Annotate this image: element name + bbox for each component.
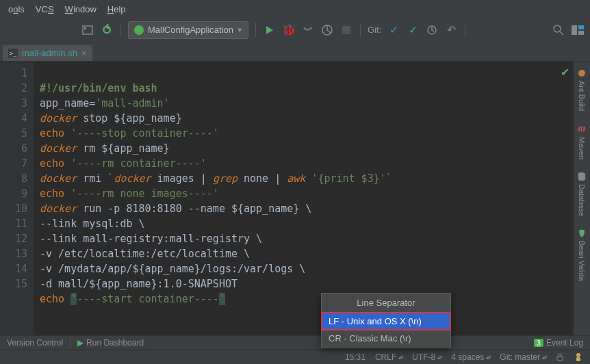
menu-window[interactable]: Window bbox=[60, 3, 102, 16]
tab-label: mall-admin.sh bbox=[22, 48, 77, 58]
code-text: -d mall/${app_name}:1.0-SNAPSHOT bbox=[40, 278, 238, 290]
event-count-badge: 3 bbox=[534, 339, 543, 347]
lock-icon[interactable] bbox=[556, 353, 564, 361]
menubar: ools VCS Window Help bbox=[0, 0, 590, 18]
line-number: 9 bbox=[0, 186, 27, 201]
spring-icon bbox=[134, 25, 144, 35]
line-number: 10 bbox=[0, 201, 27, 216]
line-number: 7 bbox=[0, 156, 27, 171]
line-number: 14 bbox=[0, 261, 27, 276]
line-number: 13 bbox=[0, 246, 27, 261]
code-text: -v /mydata/app/${app_name}/logs:/var/log… bbox=[40, 263, 305, 275]
git-history-icon[interactable] bbox=[425, 23, 439, 37]
line-number: 6 bbox=[0, 141, 27, 156]
editor-tabs: >_ mall-admin.sh × bbox=[0, 42, 590, 62]
code-text: echo bbox=[40, 187, 64, 200]
code-text: none | bbox=[238, 172, 287, 185]
version-control-button[interactable]: Version Control bbox=[0, 338, 70, 348]
code-text: grep bbox=[213, 172, 238, 185]
menu-tools[interactable]: ools bbox=[3, 3, 30, 16]
debug-icon[interactable]: 🐞 bbox=[282, 23, 296, 37]
event-log-button[interactable]: 3 Event Log bbox=[527, 338, 590, 348]
line-number: 12 bbox=[0, 231, 27, 246]
popup-item-cr[interactable]: CR - Classic Mac (\r) bbox=[322, 330, 450, 347]
code-text: '{print $3}' bbox=[305, 172, 385, 185]
coverage-icon[interactable] bbox=[301, 23, 315, 37]
code-area[interactable]: #!/usr/bin/env bash app_name='mall-admin… bbox=[34, 62, 590, 335]
tab-mall-admin-sh[interactable]: >_ mall-admin.sh × bbox=[3, 45, 92, 61]
code-text: docker bbox=[40, 112, 77, 125]
code-text: --link mysql:db \ bbox=[40, 218, 145, 230]
encoding-indicator[interactable]: UTF-8▴▾ bbox=[412, 352, 441, 362]
hector-icon[interactable] bbox=[574, 352, 583, 362]
code-text: echo bbox=[40, 127, 64, 140]
svg-rect-4 bbox=[342, 26, 350, 34]
close-icon[interactable]: × bbox=[81, 48, 87, 58]
rail-maven[interactable]: m Maven bbox=[578, 123, 586, 159]
code-text: ` bbox=[386, 172, 392, 185]
rail-bean-validation[interactable]: Bean Valida bbox=[577, 229, 587, 281]
menu-help[interactable]: Help bbox=[102, 3, 131, 16]
code-text: awk bbox=[287, 172, 305, 185]
code-text bbox=[64, 293, 70, 305]
svg-point-11 bbox=[578, 70, 585, 77]
svg-rect-9 bbox=[578, 25, 584, 29]
structure-icon[interactable] bbox=[571, 23, 585, 37]
run-dashboard-button[interactable]: ▶ Run Dashboard bbox=[70, 338, 151, 348]
code-text: 'mall-admin' bbox=[95, 97, 169, 109]
code-text: docker bbox=[40, 142, 77, 155]
line-number: 15 bbox=[0, 276, 27, 291]
build-icon[interactable]: ⥀ bbox=[100, 23, 114, 37]
rail-database[interactable]: Database bbox=[577, 172, 587, 216]
svg-rect-17 bbox=[576, 357, 580, 361]
popup-item-lf[interactable]: LF - Unix and OS X (\n) bbox=[322, 313, 450, 330]
line-number: 5 bbox=[0, 126, 27, 141]
svg-rect-0 bbox=[83, 26, 92, 34]
code-text: '----rm container----' bbox=[64, 157, 207, 170]
code-text: -v /etc/localtime:/etc/localtime \ bbox=[40, 248, 250, 260]
run-config-selector[interactable]: MallConfigApplication ▾ bbox=[128, 21, 248, 39]
code-text: '----stop container----' bbox=[64, 127, 219, 140]
stop-icon[interactable] bbox=[339, 23, 353, 37]
git-branch-indicator[interactable]: Git: master▴▾ bbox=[500, 352, 546, 362]
git-revert-icon[interactable]: ↶ bbox=[444, 23, 458, 37]
tool-window-bar: Version Control ▶ Run Dashboard 3 Event … bbox=[0, 335, 590, 350]
code-text: --link mall-registry:mall-registry \ bbox=[40, 233, 262, 245]
svg-point-14 bbox=[578, 178, 585, 181]
code-text: ' bbox=[70, 293, 77, 305]
code-text: rm ${app_name} bbox=[77, 142, 169, 155]
rail-ant-build[interactable]: Ant Build bbox=[577, 68, 587, 111]
line-number: 11 bbox=[0, 216, 27, 231]
dropdown-chevron-icon: ▾ bbox=[238, 25, 242, 35]
line-separator-indicator[interactable]: CRLF▴▾ bbox=[375, 352, 402, 362]
code-text: docker bbox=[40, 203, 77, 215]
git-commit-icon[interactable]: ✓ bbox=[406, 23, 420, 37]
git-update-icon[interactable]: ✓ bbox=[387, 23, 400, 37]
search-icon[interactable] bbox=[552, 23, 565, 37]
code-text: ----start container---- bbox=[77, 293, 219, 305]
code-text: stop ${app_name} bbox=[77, 112, 182, 125]
svg-line-7 bbox=[560, 31, 563, 35]
editor: 1 2 3 4 5 6 7 8 9 10 11 12 13 14 15 #!/u… bbox=[0, 62, 590, 335]
code-text: ' bbox=[219, 293, 225, 305]
code-text: images | bbox=[151, 172, 213, 185]
line-number: 3 bbox=[0, 96, 27, 111]
menu-vcs[interactable]: VCS bbox=[30, 3, 60, 16]
cursor-position[interactable]: 15:31 bbox=[345, 352, 365, 362]
svg-rect-1 bbox=[84, 27, 86, 29]
right-tool-rail: Ant Build m Maven Database Bean Valida bbox=[574, 62, 590, 335]
git-label: Git: bbox=[368, 25, 381, 35]
svg-rect-8 bbox=[572, 25, 577, 35]
code-text: run -p 8180:8180 --name ${app_name} \ bbox=[77, 203, 311, 215]
profile-icon[interactable] bbox=[320, 23, 334, 37]
picker-icon[interactable] bbox=[81, 23, 94, 37]
inspection-ok-icon[interactable]: ✔ bbox=[561, 66, 569, 79]
svg-point-6 bbox=[554, 25, 561, 32]
svg-point-16 bbox=[576, 353, 580, 357]
status-bar: 15:31 CRLF▴▾ UTF-8▴▾ 4 spaces▴▾ Git: mas… bbox=[0, 350, 590, 364]
run-icon[interactable] bbox=[263, 23, 277, 37]
indent-indicator[interactable]: 4 spaces▴▾ bbox=[451, 352, 490, 362]
line-number: 4 bbox=[0, 111, 27, 126]
code-text: rmi bbox=[77, 172, 107, 185]
code-text: docker bbox=[114, 172, 151, 185]
